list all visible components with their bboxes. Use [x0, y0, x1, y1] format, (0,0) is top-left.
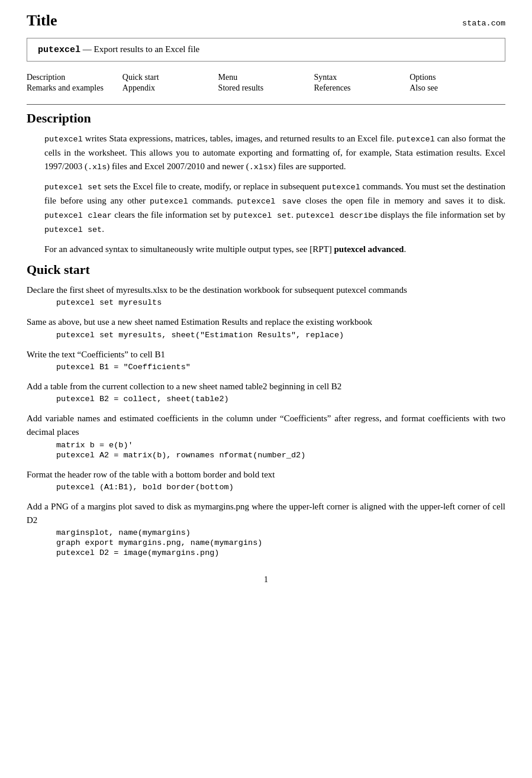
nav-cell-0-2[interactable]: Menu	[218, 72, 314, 83]
nav-link-0-4[interactable]: Options	[410, 73, 436, 82]
qs-item-5: Format the header row of the table with …	[27, 468, 505, 492]
qs-item-0: Declare the first sheet of myresults.xls…	[27, 283, 505, 307]
qs-desc-5: Format the header row of the table with …	[27, 468, 505, 482]
nav-cell-1-0[interactable]: Remarks and examples	[27, 83, 122, 93]
title-box: putexcel — Export results to an Excel fi…	[27, 38, 505, 62]
desc-p2-describe: putexcel describe	[296, 211, 378, 220]
nav-link-1-4[interactable]: Also see	[410, 83, 438, 92]
nav-link-1-1[interactable]: Appendix	[122, 83, 155, 92]
nav-link-0-1[interactable]: Quick start	[122, 73, 159, 82]
nav-link-1-2[interactable]: Stored results	[218, 83, 264, 92]
desc-p3: For an advanced syntax to simultaneously…	[44, 243, 505, 256]
nav-cell-1-3[interactable]: References	[314, 83, 410, 93]
desc-p2: putexcel set sets the Excel file to crea…	[44, 180, 505, 237]
desc-p2-set2: putexcel set	[234, 211, 292, 220]
desc-p2-clear: putexcel clear	[44, 211, 112, 220]
desc-p3-advanced: putexcel advanced	[334, 244, 404, 254]
qs-code-4-1: putexcel A2 = matrix(b), rownames nforma…	[56, 451, 505, 460]
qs-code-3-0: putexcel B2 = collect, sheet(table2)	[56, 395, 505, 403]
qs-desc-1: Same as above, but use a new sheet named…	[27, 315, 505, 329]
qs-code-5-0: putexcel (A1:B1), bold border(bottom)	[56, 483, 505, 492]
page-title: Title	[27, 12, 57, 30]
desc-p2-set3: putexcel set	[44, 225, 102, 234]
qs-code-2-0: putexcel B1 = "Coefficients"	[56, 363, 505, 372]
nav-row-0: DescriptionQuick startMenuSyntaxOptions	[27, 72, 505, 83]
qs-code-6-0: marginsplot, name(mymargins)	[56, 528, 505, 537]
page-number: 1	[27, 575, 505, 585]
desc-p2-set: putexcel set	[44, 183, 102, 192]
qs-code-6-1: graph export mymargins.png, name(mymargi…	[56, 538, 505, 547]
site-url: stata.com	[462, 19, 505, 28]
page-header: Title stata.com	[27, 12, 505, 30]
desc-p2-save: putexcel save	[237, 197, 301, 206]
nav-link-0-0[interactable]: Description	[27, 73, 65, 82]
desc-p2-putexcel2: putexcel	[150, 197, 188, 206]
qs-desc-0: Declare the first sheet of myresults.xls…	[27, 283, 505, 297]
qs-desc-6: Add a PNG of a margins plot saved to dis…	[27, 500, 505, 528]
desc-p1-xls: .xls	[88, 163, 107, 172]
nav-link-0-3[interactable]: Syntax	[314, 73, 337, 82]
nav-table: DescriptionQuick startMenuSyntaxOptionsR…	[27, 72, 505, 93]
quickstart-heading: Quick start	[27, 262, 505, 277]
nav-cell-1-2[interactable]: Stored results	[218, 83, 314, 93]
nav-row-1: Remarks and examplesAppendixStored resul…	[27, 83, 505, 93]
nav-divider	[27, 104, 505, 105]
qs-item-3: Add a table from the current collection …	[27, 380, 505, 403]
cmd-name: putexcel	[38, 45, 80, 55]
nav-cell-0-1[interactable]: Quick start	[122, 72, 218, 83]
nav-cell-0-4[interactable]: Options	[410, 72, 505, 83]
nav-cell-1-1[interactable]: Appendix	[122, 83, 218, 93]
nav-link-0-2[interactable]: Menu	[218, 73, 238, 82]
desc-p1-putexcel1: putexcel	[44, 135, 83, 144]
qs-code-1-0: putexcel set myresults, sheet("Estimatio…	[56, 331, 505, 340]
nav-cell-0-0[interactable]: Description	[27, 72, 122, 83]
qs-item-2: Write the text “Coefficients” to cell B1…	[27, 348, 505, 372]
nav-cell-0-3[interactable]: Syntax	[314, 72, 410, 83]
qs-item-1: Same as above, but use a new sheet named…	[27, 315, 505, 339]
qs-desc-3: Add a table from the current collection …	[27, 380, 505, 393]
description-heading: Description	[27, 111, 505, 126]
description-para-1: putexcel writes Stata expressions, matri…	[44, 132, 505, 256]
qs-desc-4: Add variable names and estimated coeffic…	[27, 412, 505, 440]
qs-code-4-0: matrix b = e(b)'	[56, 441, 505, 450]
cmd-description: — Export results to an Excel file	[80, 44, 199, 54]
page: Title stata.com putexcel — Export result…	[0, 0, 532, 778]
qs-item-6: Add a PNG of a margins plot saved to dis…	[27, 500, 505, 558]
desc-p1-xlsx: .xlsx	[249, 163, 273, 172]
nav-cell-1-4[interactable]: Also see	[410, 83, 505, 93]
qs-code-0-0: putexcel set myresults	[56, 298, 505, 307]
desc-p2-putexcel: putexcel	[322, 183, 360, 192]
nav-link-1-0[interactable]: Remarks and examples	[27, 83, 104, 92]
qs-code-6-2: putexcel D2 = image(mymargins.png)	[56, 548, 505, 557]
qs-item-4: Add variable names and estimated coeffic…	[27, 412, 505, 460]
nav-link-1-3[interactable]: References	[314, 83, 350, 92]
desc-p1: putexcel writes Stata expressions, matri…	[44, 132, 505, 174]
quickstart-items: Declare the first sheet of myresults.xls…	[27, 283, 505, 557]
desc-p1-putexcel2: putexcel	[396, 135, 435, 144]
qs-desc-2: Write the text “Coefficients” to cell B1	[27, 348, 505, 361]
